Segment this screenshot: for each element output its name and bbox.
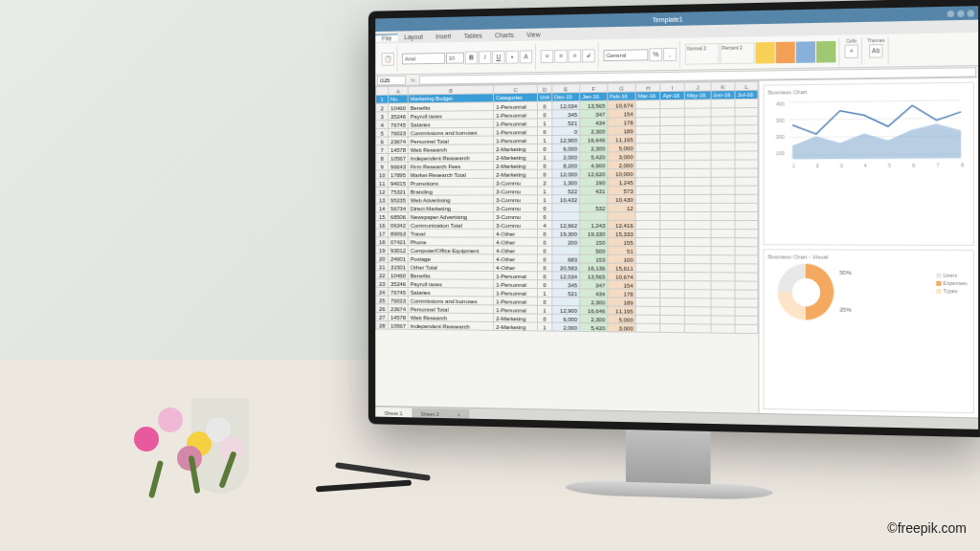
align-right-icon[interactable]: ≡ [568,49,582,62]
col-header[interactable]: F [580,83,608,92]
italic-icon[interactable]: I [479,51,491,64]
svg-text:8: 8 [961,162,964,167]
col-header[interactable]: E [552,84,580,93]
comma-icon[interactable]: , [663,47,677,60]
spreadsheet-grid[interactable]: ABCDEFGHIJKL1No.Marketing BudgetCategori… [375,81,758,413]
svg-text:3: 3 [840,163,843,168]
percent-icon[interactable]: % [649,48,662,61]
fontsize-select[interactable]: 10 [446,52,464,63]
accent-blue[interactable] [796,41,815,63]
menu-charts[interactable]: Charts [488,32,520,39]
col-header[interactable]: G [608,83,635,92]
tab-add[interactable]: + [448,408,469,420]
col-header[interactable]: J [684,82,710,91]
window-title: Template1 [653,15,683,23]
pie-label-25: 25% [839,307,851,313]
style-normal2[interactable]: Normal 2 [685,43,720,65]
svg-text:300: 300 [776,117,785,122]
line-chart: Business Chart 400 300 200 100 12345678 [763,82,974,246]
svg-marker-8 [792,123,961,159]
credit-text: ©freepik.com [887,520,967,536]
svg-text:1: 1 [792,163,795,168]
chart-title: Business Chart [768,87,969,96]
col-header[interactable]: I [660,82,684,91]
col-header[interactable] [376,87,389,96]
svg-text:200: 200 [776,134,785,140]
menu-file[interactable]: File [375,33,397,41]
menu-insert[interactable]: Insert [429,33,457,39]
bold-icon[interactable]: B [465,51,478,64]
style-percent2[interactable]: Percent 2 [720,42,754,64]
table-row[interactable]: 1568506Newspaper Advertising3-Commu0 [376,211,758,220]
paste-icon[interactable]: 📋 [382,52,394,65]
spreadsheet-app: Template1 File Layout Insert Tables Char… [375,6,978,430]
monitor: Template1 File Layout Insert Tables Char… [368,0,980,437]
cell-reference[interactable]: G25 [377,76,406,85]
pie-chart: Business Chart - Visual 50% 25% Users Ex… [763,249,974,413]
fx-icon[interactable]: fx [408,77,419,82]
align-center-icon[interactable]: ≡ [554,49,567,62]
svg-text:4: 4 [864,163,867,168]
pie-title: Business Chart - Visual [768,253,969,260]
themes-label: Themes [867,36,885,42]
minimize-icon[interactable] [947,10,954,16]
tab-sheet2[interactable]: Sheet 2 [412,408,448,419]
col-header[interactable]: D [538,84,552,93]
align-left-icon[interactable]: ≡ [541,50,553,63]
accent-yellow[interactable] [755,42,774,64]
number-format-select[interactable]: General [603,49,648,61]
svg-text:400: 400 [776,100,785,106]
themes-icon[interactable]: Ab [869,44,882,58]
accent-green[interactable] [816,40,835,62]
pie-legend: Users Expenses Types [936,270,967,296]
font-select[interactable]: Arial [402,53,445,64]
svg-text:6: 6 [912,162,915,167]
tab-sheet1[interactable]: Sheet 1 [375,407,412,418]
col-header[interactable]: L [735,81,758,90]
svg-text:7: 7 [937,162,940,167]
font-color-icon[interactable]: A [520,50,532,63]
donut-icon [778,264,835,320]
accent-orange[interactable] [776,41,795,63]
menu-tables[interactable]: Tables [457,33,488,39]
table-row[interactable]: 1606342Communication Total3-Commu412,662… [376,220,758,229]
col-header[interactable]: H [635,83,660,92]
pie-label-50: 50% [839,270,851,276]
svg-line-4 [790,100,961,102]
col-header[interactable]: K [711,82,736,91]
cells-label: Cells [846,37,857,43]
col-header[interactable]: A [389,86,409,95]
svg-text:5: 5 [888,162,891,167]
svg-text:2: 2 [816,163,819,168]
close-icon[interactable] [968,10,974,16]
table-row[interactable]: 1456734Direct Marketing3-Commu053212 [376,203,758,211]
wrap-icon[interactable]: ↲ [582,49,595,62]
line-chart-svg: 400 300 200 100 12345678 [768,95,969,169]
insert-cell-icon[interactable]: + [844,44,858,58]
fill-color-icon[interactable]: ▪ [505,50,518,63]
underline-icon[interactable]: U [492,50,504,63]
menu-view[interactable]: View [520,31,546,37]
maximize-icon[interactable] [957,10,964,16]
menu-layout[interactable]: Layout [398,33,430,40]
svg-text:100: 100 [776,150,785,156]
